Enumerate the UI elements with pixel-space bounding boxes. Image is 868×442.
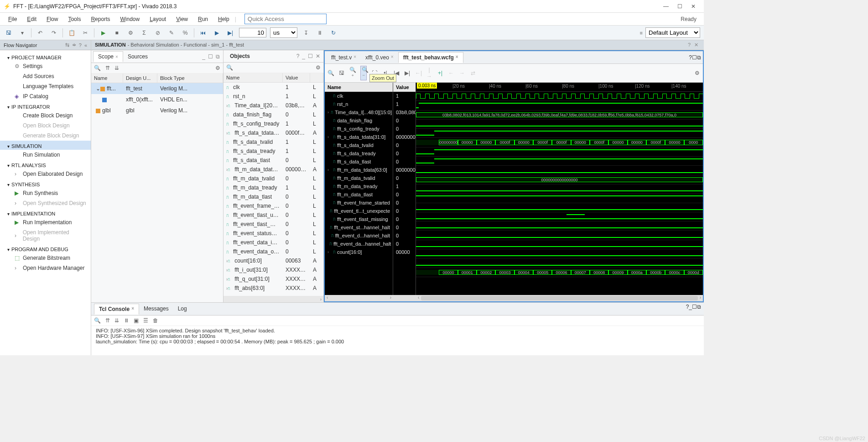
relaunch-icon[interactable]: ↻ — [328, 28, 338, 38]
object-row[interactable]: ⎍fft_event_data_in_...0L — [223, 238, 323, 247]
nav-item[interactable]: ⬚Generate Bitstream — [0, 253, 91, 263]
next-trans-icon[interactable]: |→ — [426, 67, 432, 79]
restart-icon[interactable]: ⏮ — [198, 28, 208, 38]
nav-section[interactable]: IMPLEMENTATION — [0, 208, 91, 217]
console-tab[interactable]: Tcl Console× — [94, 304, 139, 315]
wave-signal-name[interactable]: ⎍ fft_event_st...hannel_halt — [325, 223, 393, 232]
quick-access-input[interactable] — [244, 14, 327, 24]
object-row[interactable]: ⎍fft_s_config_tready1L — [223, 119, 323, 128]
tab-sources[interactable]: Sources — [123, 52, 152, 62]
waveform-row[interactable]: 000000000000000000000000000000f000000000… — [416, 138, 703, 147]
gear-icon[interactable]: ⚙ — [125, 28, 135, 38]
nav-item[interactable]: Open Block Design — [0, 121, 91, 131]
nav-section[interactable]: PROGRAM AND DEBUG — [0, 244, 91, 253]
wave-signal-name[interactable]: ⎍ fft_s_data_tready — [325, 149, 393, 158]
console-tab[interactable]: Messages — [139, 304, 173, 314]
object-row[interactable]: ›⎍fft_s_data_tdata[31...0000fd55A — [223, 128, 323, 137]
menu-run[interactable]: Run — [193, 14, 213, 24]
nav-item[interactable]: Language Templates — [0, 81, 91, 91]
wave-signal-name[interactable]: ⎍ fft_m_data_tready — [325, 182, 393, 190]
crumb-close-icon[interactable]: ✕ — [692, 42, 700, 48]
nav-expand-icon[interactable]: ⇆ — [65, 42, 69, 48]
wave-signal-name[interactable]: ⎍ fft_event_d...hannel_halt — [325, 232, 393, 240]
object-row[interactable]: ›⎍fft_m_data_tdata[6...000000...A — [223, 165, 323, 174]
wave-tab[interactable]: xfft_0.veo× — [361, 53, 398, 63]
object-row[interactable]: ⎍clk1L — [223, 83, 323, 92]
wave-signal-name[interactable]: ⎍ fft_event_da...hannel_halt — [325, 240, 393, 248]
menu-reports[interactable]: Reports — [86, 14, 114, 24]
nav-section[interactable]: PROJECT MANAGER — [0, 52, 91, 61]
search-icon[interactable]: 🔍 — [327, 70, 334, 76]
add-marker-icon[interactable]: +| — [437, 70, 443, 76]
nav-item[interactable]: Create Block Design — [0, 110, 91, 121]
zoom-out-icon[interactable]: 🔍⁻ — [360, 66, 367, 80]
dropdown-icon[interactable]: ▾ — [17, 28, 27, 38]
col-name[interactable]: Name — [223, 73, 283, 82]
object-row[interactable]: ⎍fft_event_tlast_mis...0L — [223, 220, 323, 229]
undo-icon[interactable]: ↶ — [35, 28, 45, 38]
prev-trans-icon[interactable]: ←| — [415, 70, 421, 76]
nav-item[interactable]: ›Open Implemented Design — [0, 227, 91, 244]
nav-collapse-icon[interactable]: « — [84, 42, 87, 48]
waveform-row[interactable] — [416, 184, 703, 194]
menu-edit[interactable]: Edit — [22, 14, 41, 24]
waveform-row[interactable] — [416, 221, 703, 231]
hscrollbar[interactable] — [421, 296, 697, 300]
scroll-left-icon[interactable]: ‹ — [327, 295, 328, 301]
scroll-right-icon[interactable]: › — [390, 295, 391, 301]
pause-icon[interactable]: ⏸ — [124, 317, 129, 324]
menu-flow[interactable]: Flow — [42, 14, 62, 24]
search-icon[interactable]: 🔍 — [226, 64, 233, 71]
clear-icon[interactable]: ▣ — [134, 317, 139, 324]
maximize-panel-icon[interactable]: ☐ — [207, 53, 214, 60]
collapse-icon[interactable]: ⇈ — [105, 317, 110, 324]
nav-section[interactable]: RTL ANALYSIS — [0, 160, 91, 169]
search-icon[interactable]: 🔍 — [94, 65, 101, 71]
run-icon[interactable]: ▶ — [98, 28, 108, 38]
waveform-row[interactable] — [416, 120, 703, 129]
object-row[interactable]: ›⎍fft_q_out[31:0]XXXXXXXXA — [223, 274, 323, 284]
toggle-icon[interactable]: ☰ — [143, 317, 148, 324]
wave-signal-name[interactable]: ⎍ clk — [325, 92, 393, 100]
waveform-row[interactable]: 0000000000000010000200003000040000500006… — [416, 268, 703, 277]
wave-tab[interactable]: fft_test.v× — [327, 53, 361, 63]
step-icon[interactable]: ↧ — [301, 28, 311, 38]
maximize-panel-icon[interactable]: ☐ — [692, 304, 697, 314]
copy-icon[interactable]: 📋 — [67, 28, 77, 38]
run-for-icon[interactable]: ▶| — [225, 28, 235, 38]
restore-panel-icon[interactable]: ⧉ — [697, 304, 701, 314]
sigma-icon[interactable]: Σ — [139, 28, 149, 38]
object-row[interactable]: ⎍rst_n1L — [223, 92, 323, 101]
wave-signal-name[interactable]: ⎍ fft_event_tl...t_unexpecte — [325, 207, 393, 215]
nav-item[interactable]: Add Sources — [0, 71, 91, 81]
tab-scope[interactable]: Scope× — [93, 51, 123, 62]
waveform-row[interactable] — [416, 212, 703, 221]
object-row[interactable]: ⎍fft_event_frame_st...0L — [223, 201, 323, 210]
crumb-help-icon[interactable]: ? — [686, 42, 692, 48]
col-design-unit[interactable]: Design U... — [123, 74, 157, 83]
object-row[interactable]: ›⎍Time_data_I[2048:...03b8,08...A — [223, 101, 323, 110]
time-input[interactable] — [239, 28, 266, 37]
expand-icon[interactable]: ⇊ — [114, 317, 119, 324]
nav-help-icon[interactable]: ? — [79, 42, 82, 48]
gear-icon[interactable]: ⚙ — [316, 64, 321, 71]
wave-signal-name[interactable]: ⎍ data_finish_flag — [325, 116, 393, 125]
object-row[interactable]: ⎍fft_event_tlast_une...0L — [223, 210, 323, 220]
time-unit-select[interactable]: us — [270, 27, 297, 38]
wave-signal-name[interactable]: ›⎍ fft_s_data_tdata[31:0] — [325, 133, 393, 141]
swap-icon[interactable]: ⇄ — [470, 70, 476, 76]
col-block-type[interactable]: Block Type — [157, 74, 223, 83]
maximize-panel-icon[interactable]: ☐ — [692, 54, 697, 61]
gear-icon[interactable]: ⚙ — [694, 70, 700, 76]
nav-item[interactable]: ›Open Synthesized Design — [0, 198, 91, 208]
hscroll-left-icon[interactable]: ‹ — [418, 295, 419, 301]
nav-item[interactable]: ▶Run Synthesis — [0, 188, 91, 198]
waveform-row[interactable] — [416, 92, 703, 101]
expand-icon[interactable]: ⇊ — [114, 65, 119, 71]
nav-section[interactable]: IP INTEGRATOR — [0, 101, 91, 110]
waveform-row[interactable] — [416, 194, 703, 203]
hscroll-right-icon[interactable]: › — [700, 295, 701, 301]
waveform-row[interactable] — [416, 231, 703, 240]
save-icon[interactable]: 🖫 — [4, 28, 14, 38]
wave-signal-name[interactable]: ⎍ fft_s_data_tvalid — [325, 141, 393, 149]
